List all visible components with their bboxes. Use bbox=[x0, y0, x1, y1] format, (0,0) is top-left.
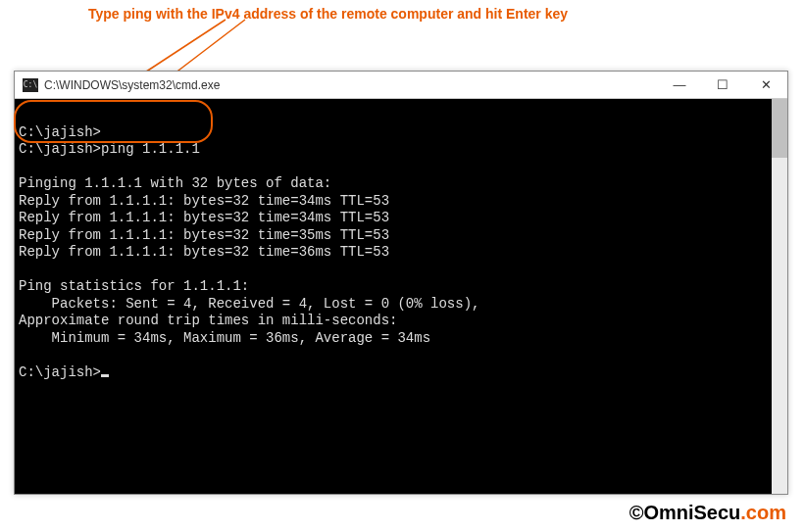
output-line: Ping statistics for 1.1.1.1: bbox=[19, 278, 249, 294]
cursor-icon bbox=[101, 374, 109, 377]
scrollbar-thumb[interactable] bbox=[772, 99, 787, 158]
terminal-output[interactable]: C:\jajish> C:\jajish>ping 1.1.1.1 Pingin… bbox=[15, 99, 787, 494]
maximize-button[interactable]: ☐ bbox=[701, 72, 744, 99]
output-line: Packets: Sent = 4, Received = 4, Lost = … bbox=[19, 296, 479, 312]
minimize-button[interactable]: — bbox=[658, 72, 701, 99]
cmd-window: C:\ C:\WINDOWS\system32\cmd.exe — ☐ ✕ C:… bbox=[14, 71, 788, 495]
cmd-icon: C:\ bbox=[23, 78, 38, 92]
scrollbar[interactable] bbox=[772, 99, 787, 494]
annotation-text: Type ping with the IPv4 address of the r… bbox=[88, 6, 568, 22]
output-line: Reply from 1.1.1.1: bytes=32 time=34ms T… bbox=[19, 193, 389, 209]
window-title: C:\WINDOWS\system32\cmd.exe bbox=[44, 78, 658, 92]
output-line: Minimum = 34ms, Maximum = 36ms, Average … bbox=[19, 330, 430, 346]
output-line: Pinging 1.1.1.1 with 32 bytes of data: bbox=[19, 175, 331, 191]
output-line: Approximate round trip times in milli-se… bbox=[19, 313, 397, 328]
output-line: Reply from 1.1.1.1: bytes=32 time=34ms T… bbox=[19, 210, 389, 225]
copyright: ©OmniSecu.com bbox=[629, 502, 786, 524]
output-line: Reply from 1.1.1.1: bytes=32 time=35ms T… bbox=[19, 227, 389, 243]
titlebar[interactable]: C:\ C:\WINDOWS\system32\cmd.exe — ☐ ✕ bbox=[15, 72, 787, 99]
prompt-line: C:\jajish> bbox=[19, 124, 101, 140]
output-line: Reply from 1.1.1.1: bytes=32 time=36ms T… bbox=[19, 244, 389, 260]
prompt-line: C:\jajish> bbox=[19, 364, 109, 380]
prompt-line: C:\jajish>ping 1.1.1.1 bbox=[19, 141, 200, 157]
close-button[interactable]: ✕ bbox=[744, 72, 787, 99]
